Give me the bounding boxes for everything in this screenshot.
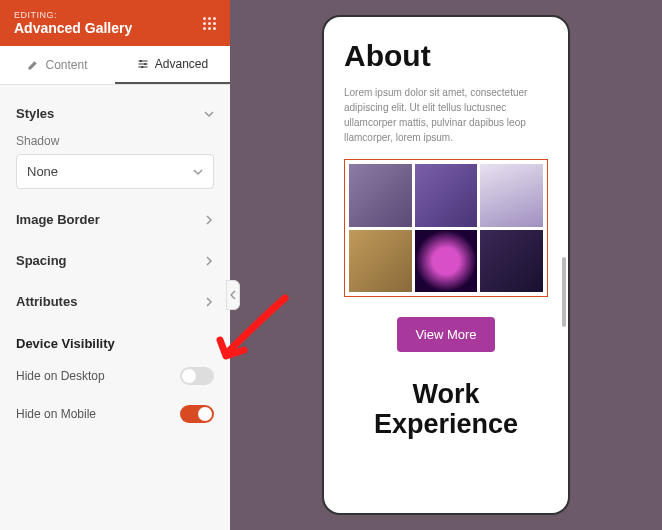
about-heading: About bbox=[344, 39, 548, 73]
svg-point-1 bbox=[144, 63, 146, 65]
work-experience-heading: Work Experience bbox=[344, 380, 548, 439]
pencil-icon bbox=[27, 59, 39, 71]
chevron-right-icon bbox=[204, 297, 214, 307]
gallery-image[interactable] bbox=[349, 164, 412, 227]
hide-desktop-row: Hide on Desktop bbox=[0, 357, 230, 395]
collapse-sidebar-button[interactable] bbox=[226, 280, 240, 310]
shadow-label: Shadow bbox=[16, 134, 214, 148]
chevron-right-icon bbox=[204, 215, 214, 225]
svg-point-0 bbox=[139, 60, 141, 62]
hide-desktop-toggle[interactable] bbox=[180, 367, 214, 385]
editing-label: EDITING: bbox=[14, 10, 132, 20]
chevron-down-icon bbox=[204, 109, 214, 119]
image-border-section[interactable]: Image Border bbox=[0, 199, 230, 240]
shadow-select[interactable]: None bbox=[16, 154, 214, 189]
chevron-left-icon bbox=[230, 290, 236, 300]
gallery-image[interactable] bbox=[480, 164, 543, 227]
gallery-image[interactable] bbox=[480, 230, 543, 293]
tabs: Content Advanced bbox=[0, 46, 230, 85]
scrollbar[interactable] bbox=[562, 257, 566, 327]
preview-area: About Lorem ipsum dolor sit amet, consec… bbox=[230, 0, 662, 530]
hide-mobile-toggle[interactable] bbox=[180, 405, 214, 423]
gallery-image[interactable] bbox=[415, 230, 478, 293]
sidebar-header: EDITING: Advanced Gallery bbox=[0, 0, 230, 46]
grip-icon[interactable] bbox=[203, 17, 216, 30]
hide-mobile-row: Hide on Mobile bbox=[0, 395, 230, 433]
spacing-section[interactable]: Spacing bbox=[0, 240, 230, 281]
styles-section[interactable]: Styles bbox=[0, 93, 230, 134]
view-more-button[interactable]: View More bbox=[397, 317, 494, 352]
gallery-image[interactable] bbox=[415, 164, 478, 227]
block-title: Advanced Gallery bbox=[14, 20, 132, 36]
gallery-block[interactable] bbox=[344, 159, 548, 297]
chevron-down-icon bbox=[193, 167, 203, 177]
panel: Styles Shadow None Image Border Spacing … bbox=[0, 85, 230, 530]
tab-content[interactable]: Content bbox=[0, 46, 115, 84]
preview-content[interactable]: About Lorem ipsum dolor sit amet, consec… bbox=[324, 17, 568, 513]
chevron-right-icon bbox=[204, 256, 214, 266]
svg-point-2 bbox=[141, 66, 143, 68]
attributes-section[interactable]: Attributes bbox=[0, 281, 230, 322]
gallery-image[interactable] bbox=[349, 230, 412, 293]
device-visibility-title: Device Visibility bbox=[0, 322, 230, 357]
tab-advanced[interactable]: Advanced bbox=[115, 46, 230, 84]
about-text: Lorem ipsum dolor sit amet, consectetuer… bbox=[344, 85, 548, 145]
sliders-icon bbox=[137, 58, 149, 70]
mobile-preview-frame: About Lorem ipsum dolor sit amet, consec… bbox=[322, 15, 570, 515]
editor-sidebar: EDITING: Advanced Gallery Content Advanc… bbox=[0, 0, 230, 530]
